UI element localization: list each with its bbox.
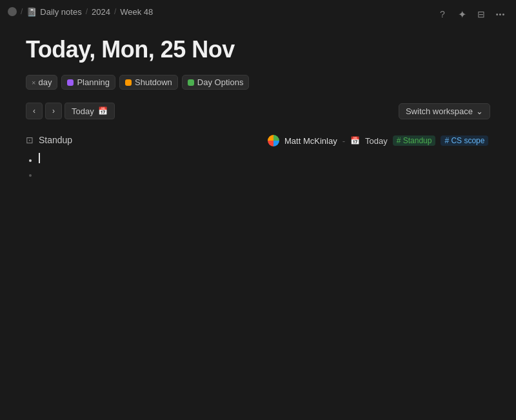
standup-entry: Matt McKinlay - 📅 Today # Standup # CS s… xyxy=(268,135,490,146)
standup-title: Standup xyxy=(39,135,72,145)
toolbar-row: ‹ › Today 📅 Switch workspace ⌄ xyxy=(26,103,490,119)
date-badge: Today xyxy=(365,136,388,146)
cursor-line[interactable] xyxy=(39,153,248,163)
breadcrumb-daily-notes[interactable]: 📓 Daily notes xyxy=(26,7,81,17)
calendar-icon: 📅 xyxy=(350,136,360,145)
chevron-left-icon: ‹ xyxy=(33,106,35,115)
standup-header: ⊡ Standup xyxy=(26,135,248,145)
text-cursor xyxy=(39,153,40,163)
sliders-button[interactable]: ⊟ xyxy=(472,5,490,23)
today-button[interactable]: Today 📅 xyxy=(64,103,115,119)
planning-dot xyxy=(67,79,74,86)
cs-scope-tag-badge[interactable]: # CS scope xyxy=(441,135,488,146)
sparkle-button[interactable]: ✦ xyxy=(453,5,471,23)
left-panel: ⊡ Standup xyxy=(26,135,248,186)
panels: ⊡ Standup Matt McKinlay - 📅 Today xyxy=(26,135,490,186)
tag-row: × day Planning Shutdown Day Options xyxy=(26,75,490,90)
calendar-icon: 📅 xyxy=(98,106,108,115)
question-icon: ? xyxy=(440,9,445,19)
next-button[interactable]: › xyxy=(45,103,62,119)
top-icon-bar: ? ✦ ⊟ ••• xyxy=(433,5,510,23)
list-item xyxy=(39,153,248,166)
right-panel: Matt McKinlay - 📅 Today # Standup # CS s… xyxy=(268,135,490,146)
sparkle-icon: ✦ xyxy=(458,8,466,21)
day-tag-close[interactable]: × day xyxy=(26,75,57,90)
page-title: Today, Mon, 25 Nov xyxy=(26,36,490,63)
home-dot-icon[interactable] xyxy=(8,7,17,16)
user-name: Matt McKinlay xyxy=(284,136,337,146)
shutdown-tag[interactable]: Shutdown xyxy=(119,75,178,90)
close-icon: × xyxy=(32,79,35,86)
main-content: Today, Mon, 25 Nov × day Planning Shutdo… xyxy=(0,23,516,199)
standup-list xyxy=(26,153,248,183)
breadcrumb-week48[interactable]: Week 48 xyxy=(120,7,153,17)
help-button[interactable]: ? xyxy=(433,5,452,23)
breadcrumb-sep1: / xyxy=(21,7,23,16)
breadcrumb-sep3: / xyxy=(114,7,116,16)
sliders-icon: ⊟ xyxy=(477,9,485,19)
chevron-right-icon: › xyxy=(52,106,55,115)
day-options-dot xyxy=(188,79,194,86)
list-item-empty xyxy=(39,170,248,183)
standup-tag-badge[interactable]: # Standup xyxy=(393,135,436,146)
more-icon: ••• xyxy=(496,10,506,18)
toolbar-left: ‹ › Today 📅 xyxy=(26,103,115,119)
chevron-down-icon: ⌄ xyxy=(476,106,483,116)
shutdown-dot xyxy=(125,79,132,86)
breadcrumb-2024[interactable]: 2024 xyxy=(92,7,110,17)
toolbar-right: Switch workspace ⌄ xyxy=(399,103,490,119)
user-avatar xyxy=(268,135,279,146)
breadcrumb-bar: / 📓 Daily notes / 2024 / Week 48 ? ✦ ⊟ •… xyxy=(0,0,516,23)
switch-workspace-button[interactable]: Switch workspace ⌄ xyxy=(399,103,490,119)
notebook-icon: 📓 xyxy=(26,7,37,17)
breadcrumb-sep2: / xyxy=(86,7,88,16)
prev-button[interactable]: ‹ xyxy=(26,103,43,119)
more-button[interactable]: ••• xyxy=(491,5,510,23)
planning-tag[interactable]: Planning xyxy=(61,75,115,90)
separator: - xyxy=(342,136,345,146)
day-options-tag[interactable]: Day Options xyxy=(182,75,250,90)
standup-icon: ⊡ xyxy=(26,135,34,145)
